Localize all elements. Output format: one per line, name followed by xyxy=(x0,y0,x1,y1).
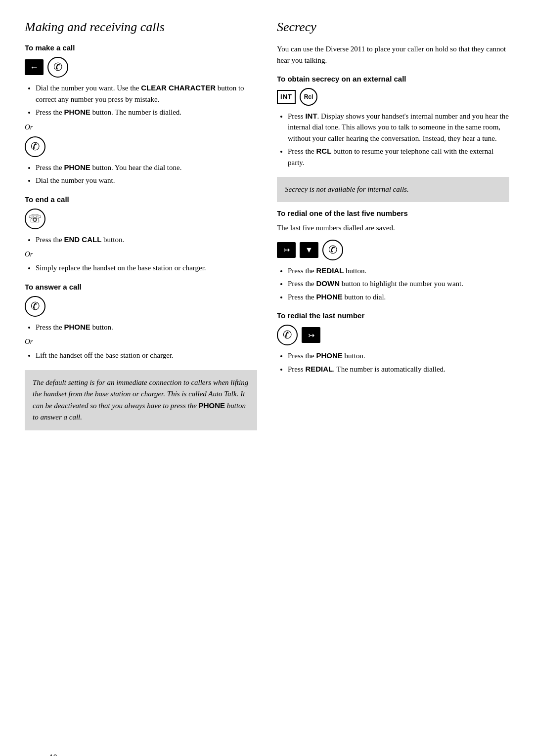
phone-label-3: PHONE xyxy=(64,323,90,331)
secrecy-note: Secrecy is not available for internal ca… xyxy=(285,185,409,193)
make-call-bullets-2: Press the PHONE button. You hear the dia… xyxy=(25,162,257,186)
make-call-bullet-3: Press the PHONE button. You hear the dia… xyxy=(36,162,257,173)
redial-five-bullet-3: Press the PHONE button to dial. xyxy=(288,292,509,303)
redial-last-bullet-1: Press the PHONE button. xyxy=(288,350,509,362)
end-call-bullet-2: Simply replace the handset on the base s… xyxy=(36,262,257,274)
or-text-2: Or xyxy=(25,250,257,258)
redial-last-bullets: Press the PHONE button. Press REDIAL. Th… xyxy=(277,350,509,375)
phone-bold-label: PHONE xyxy=(199,401,225,410)
end-call-icon-row: ☏ xyxy=(25,209,257,229)
make-call-bullet-2: Press the PHONE button. The number is di… xyxy=(36,107,257,118)
right-column: Secrecy You can use the Diverse 2011 to … xyxy=(277,20,509,437)
secrecy-gray-box: Secrecy is not available for internal ca… xyxy=(277,177,509,202)
page-number: 10 xyxy=(49,753,57,756)
or-text-3: Or xyxy=(25,337,257,346)
secrecy-bullet-2: Press the RCL button to resume your tele… xyxy=(288,146,509,168)
redial-last-heading: To redial the last number xyxy=(277,311,509,320)
secrecy-intro: You can use the Diverse 2011 to place yo… xyxy=(277,43,509,67)
rcl-label: RCL xyxy=(316,147,332,155)
answer-call-bullet-2: Lift the handset off the base station or… xyxy=(36,350,257,361)
redial-five-section: To redial one of the last five numbers T… xyxy=(277,209,509,302)
make-a-call-section: To make a call ← ✆ Dial the number you w… xyxy=(25,43,257,186)
secrecy-bullets: Press INT. Display shows your handset's … xyxy=(277,111,509,168)
phone-icon-4: ✆ xyxy=(322,240,343,260)
phone-icon-1: ✆ xyxy=(47,57,68,78)
make-a-call-heading: To make a call xyxy=(25,43,257,52)
make-call-bullet-1: Dial the number you want. Use the CLEAR … xyxy=(36,83,257,105)
right-title: Secrecy xyxy=(277,20,509,35)
end-call-label: END CALL xyxy=(64,235,102,244)
left-column: Making and receiving calls To make a cal… xyxy=(25,20,257,437)
redial-five-bullet-1: Press the REDIAL button. xyxy=(288,265,509,277)
answer-call-bullets: Press the PHONE button. xyxy=(25,322,257,333)
secrecy-external-section: To obtain secrecy on an external call IN… xyxy=(277,75,509,168)
secrecy-external-heading: To obtain secrecy on an external call xyxy=(277,75,509,83)
phone-label-4: PHONE xyxy=(316,293,343,301)
redial-last-icon-row: ✆ ↣ xyxy=(277,325,509,345)
or-text-1: Or xyxy=(25,123,257,131)
redial-last-section: To redial the last number ✆ ↣ Press the … xyxy=(277,311,509,375)
make-call-bullets: Dial the number you want. Use the CLEAR … xyxy=(25,83,257,118)
end-call-bullets-2: Simply replace the handset on the base s… xyxy=(25,262,257,274)
redial-label-2: REDIAL xyxy=(305,365,333,373)
redial-five-intro: The last five numbers dialled are saved. xyxy=(277,222,509,234)
redial-five-bullets: Press the REDIAL button. Press the DOWN … xyxy=(277,265,509,303)
secrecy-bullet-1: Press INT. Display shows your handset's … xyxy=(288,111,509,144)
phone-label-5: PHONE xyxy=(316,351,343,360)
down-arrow-icon: ▼ xyxy=(300,242,318,258)
answer-a-call-section: To answer a call ✆ Press the PHONE butto… xyxy=(25,283,257,361)
end-a-call-heading: To end a call xyxy=(25,195,257,204)
answer-call-bullet-1: Press the PHONE button. xyxy=(36,322,257,333)
phone-label-2: PHONE xyxy=(64,163,90,171)
answer-call-icon-row: ✆ xyxy=(25,296,257,317)
answer-call-bullets-2: Lift the handset off the base station or… xyxy=(25,350,257,361)
redial-five-heading: To redial one of the last five numbers xyxy=(277,209,509,217)
redial-five-bullet-2: Press the DOWN button to highlight the n… xyxy=(288,278,509,290)
phone-icon-5: ✆ xyxy=(277,325,298,345)
redial-arrow-icon: ↣ xyxy=(277,242,296,258)
phone-icon-row-2: ✆ xyxy=(25,136,257,157)
redial-last-bullet-2: Press REDIAL. The number is automaticall… xyxy=(288,364,509,375)
make-call-icons-row: ← ✆ xyxy=(25,57,257,78)
answer-a-call-heading: To answer a call xyxy=(25,283,257,291)
int-icon: INT xyxy=(277,90,296,104)
down-label: DOWN xyxy=(316,279,340,288)
redial-arrow-icon-2: ↣ xyxy=(302,327,320,343)
redial-five-icon-row: ↣ ▼ ✆ xyxy=(277,240,509,260)
end-call-bullets: Press the END CALL button. xyxy=(25,234,257,246)
back-arrow-icon: ← xyxy=(25,59,44,75)
end-a-call-section: To end a call ☏ Press the END CALL butto… xyxy=(25,195,257,274)
secrecy-icon-row: INT Rcl xyxy=(277,88,509,106)
phone-icon-3: ✆ xyxy=(25,296,45,317)
auto-talk-gray-box: The default setting is for an immediate … xyxy=(25,370,257,430)
end-call-icon: ☏ xyxy=(25,209,45,229)
phone-label-1: PHONE xyxy=(64,108,90,116)
end-call-bullet-1: Press the END CALL button. xyxy=(36,234,257,246)
make-call-bullet-4: Dial the number you want. xyxy=(36,175,257,186)
rcl-icon: Rcl xyxy=(300,88,317,106)
clear-character-label: CLEAR CHARACTER xyxy=(141,84,216,92)
phone-icon-2: ✆ xyxy=(25,136,45,157)
left-title: Making and receiving calls xyxy=(25,20,257,35)
auto-talk-text: The default setting is for an immediate … xyxy=(33,378,248,410)
redial-label-1: REDIAL xyxy=(316,266,344,275)
int-label: INT xyxy=(305,112,317,120)
